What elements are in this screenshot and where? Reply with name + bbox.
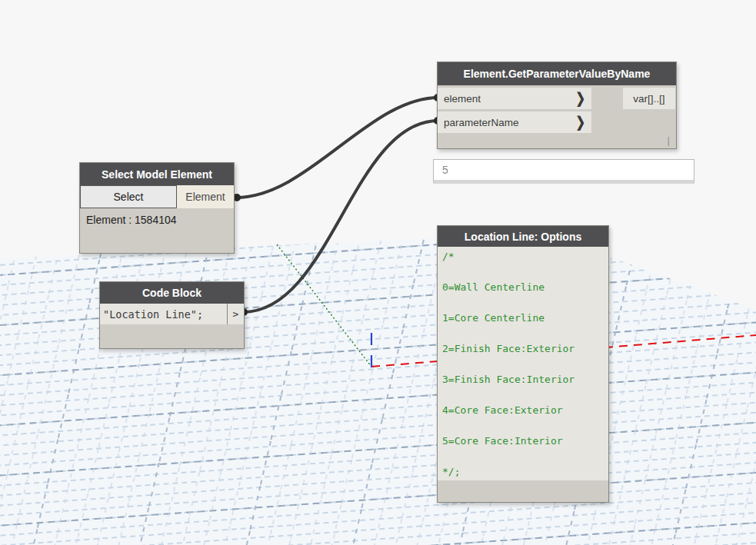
node-title-bar[interactable]: Select Model Element	[80, 163, 234, 185]
node-title-bar[interactable]: Location Line: Options	[438, 226, 608, 247]
select-button[interactable]: Select	[80, 185, 177, 208]
node-title-bar[interactable]: Code Block	[100, 282, 244, 304]
output-port-label: Element	[185, 191, 225, 203]
comment-line: 2=Finish Face:Exterior	[442, 341, 608, 357]
node-select-model-element[interactable]: Select Model Element Select Element Elem…	[79, 162, 235, 254]
input-port-parametername[interactable]: parameterName ❯	[438, 111, 591, 133]
comment-line: 5=Core Face:Interior	[442, 434, 608, 449]
code-block-comment-body[interactable]: /* 0=Wall Centerline 1=Core Centerline 2…	[438, 247, 608, 480]
chevron-right-icon: ❯	[575, 90, 585, 108]
selected-element-id: Element : 1584104	[80, 208, 234, 231]
output-port-var[interactable]: var[]..[]	[623, 88, 675, 109]
code-block-expression[interactable]: "Location Line";	[100, 304, 227, 324]
node-title: Element.GetParameterValueByName	[464, 68, 651, 80]
node-title: Location Line: Options	[465, 231, 581, 243]
node-title-bar[interactable]: Element.GetParameterValueByName	[438, 62, 676, 85]
node-get-parameter-value-by-name[interactable]: Element.GetParameterValueByName element …	[437, 61, 677, 149]
comment-line	[442, 387, 608, 403]
input-port-label: parameterName	[444, 117, 519, 128]
comment-line	[442, 357, 608, 372]
input-port-element[interactable]: element ❯	[438, 88, 591, 109]
node-title: Code Block	[142, 287, 201, 299]
comment-line: 1=Core Centerline	[442, 311, 608, 326]
node-title: Select Model Element	[102, 168, 212, 181]
comment-line: 4=Core Face:Exterior	[442, 403, 608, 418]
output-port-element[interactable]: Element	[177, 185, 234, 208]
wire-select-element-to-element-input[interactable]	[236, 98, 438, 198]
comment-line	[442, 326, 608, 341]
select-button-label: Select	[114, 191, 144, 203]
preview-value: 5	[442, 164, 448, 176]
comment-line: 0=Wall Centerline	[442, 280, 608, 295]
node-code-block[interactable]: Code Block "Location Line"; >	[99, 281, 245, 349]
chevron-right-icon: ❯	[575, 114, 585, 131]
node-resize-handle[interactable]: |	[668, 135, 670, 146]
code-block-output-port[interactable]: >	[227, 304, 244, 324]
comment-line: 3=Finish Face:Interior	[442, 372, 608, 387]
node-preview-bubble[interactable]: 5	[433, 159, 694, 184]
comment-line: */;	[442, 464, 608, 480]
dynamo-workspace[interactable]: Element.GetParameterValueByName element …	[0, 0, 756, 545]
node-port-area: element ❯ parameterName ❯ var[]..[] |	[438, 85, 676, 148]
comment-line	[442, 264, 608, 280]
input-port-label: element	[444, 93, 481, 105]
comment-line	[442, 295, 608, 311]
wire-codeblock-to-parametername-input[interactable]	[243, 121, 438, 312]
node-location-line-options[interactable]: Location Line: Options /* 0=Wall Centerl…	[437, 225, 609, 503]
comment-line	[442, 449, 608, 464]
comment-line: /*	[442, 249, 608, 264]
output-port-label: var[]..[]	[633, 93, 664, 105]
comment-line	[442, 418, 608, 434]
